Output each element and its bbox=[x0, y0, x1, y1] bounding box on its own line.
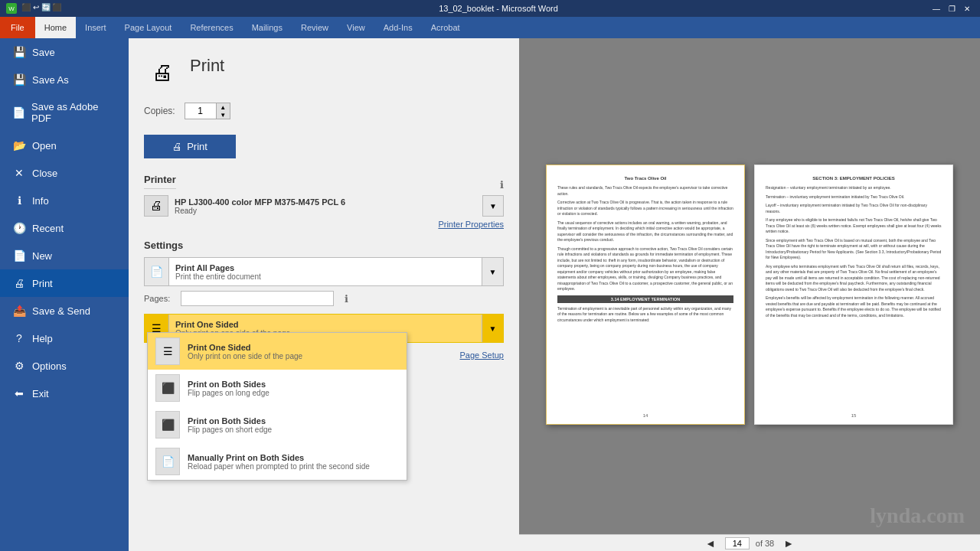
sidebar-item-save-as[interactable]: 💾 Save As bbox=[0, 66, 129, 93]
print-panel-title: Print bbox=[190, 56, 224, 76]
save-pdf-icon: 📄 bbox=[12, 106, 25, 119]
sidebar-item-close[interactable]: ✕ Close bbox=[0, 159, 129, 187]
sidebar-label-recent: Recent bbox=[32, 223, 64, 234]
sidebar-label-save-send: Save & Send bbox=[32, 305, 90, 317]
tab-references[interactable]: References bbox=[181, 17, 242, 38]
printer-dropdown-arrow[interactable]: ▼ bbox=[482, 195, 504, 217]
print-panel-icon: 🖨 bbox=[144, 54, 181, 90]
preview-section-header: 3.14 EMPLOYMENT TERMINATION bbox=[557, 295, 733, 303]
copies-input[interactable]: 1 bbox=[185, 103, 216, 119]
preview-page-right: SECTION 3: EMPLOYMENT POLICIES Resignati… bbox=[754, 165, 953, 425]
settings-label: Settings bbox=[144, 240, 504, 251]
tab-file[interactable]: File bbox=[0, 17, 35, 38]
preview-right-text-1: Resignation – voluntary employment termi… bbox=[766, 185, 942, 191]
pages-info-icon[interactable]: ℹ bbox=[345, 293, 348, 305]
print-all-pages-sub: Print the entire document bbox=[175, 272, 475, 281]
pages-input[interactable] bbox=[181, 291, 334, 306]
tab-review[interactable]: Review bbox=[292, 17, 338, 38]
sidebar-label-info: Info bbox=[32, 195, 49, 207]
copies-row: Copies: 1 ▲ ▼ bbox=[144, 103, 504, 119]
print-all-pages-icon: 📄 bbox=[145, 258, 169, 285]
copies-up-button[interactable]: ▲ bbox=[216, 103, 230, 111]
sidebar-item-options[interactable]: ⚙ Options bbox=[0, 352, 129, 380]
print-sided-dropdown-menu: ☰ Print One Sided Only print on one side… bbox=[147, 332, 407, 481]
nav-prev-button[interactable]: ◄ bbox=[702, 537, 719, 549]
pages-row: Pages: ℹ bbox=[144, 291, 504, 306]
print-button-icon: 🖨 bbox=[172, 141, 182, 152]
print-button-label: Print bbox=[187, 141, 207, 152]
tab-insert[interactable]: Insert bbox=[76, 17, 116, 38]
tab-add-ins[interactable]: Add-Ins bbox=[374, 17, 422, 38]
sidebar-item-help[interactable]: ? Help bbox=[0, 324, 129, 352]
pages-label: Pages: bbox=[144, 294, 175, 303]
manually-both-sub: Reload paper when prompted to print the … bbox=[188, 462, 370, 471]
sidebar-label-exit: Exit bbox=[32, 388, 49, 399]
tab-home[interactable]: Home bbox=[35, 17, 76, 38]
new-icon: 📄 bbox=[12, 249, 26, 262]
sidebar-label-save-pdf: Save as Adobe PDF bbox=[31, 101, 116, 124]
preview-left-text-5: Termination of employment is an inevitab… bbox=[557, 306, 733, 324]
sidebar-item-open[interactable]: 📂 Open bbox=[0, 132, 129, 159]
printer-info: 🖨 HP LJ300-400 color MFP M375-M475 PCL 6… bbox=[144, 195, 345, 217]
save-as-icon: 💾 bbox=[12, 73, 26, 86]
nav-page-input[interactable] bbox=[725, 537, 750, 549]
preview-right-title: SECTION 3: EMPLOYMENT POLICIES bbox=[766, 176, 942, 181]
printer-properties-link[interactable]: Printer Properties bbox=[144, 220, 504, 229]
preview-pages: Two Tracs Olive Oil These rules and stan… bbox=[531, 149, 969, 440]
printer-info-icon[interactable]: ℹ bbox=[500, 179, 504, 191]
print-all-pages-arrow[interactable]: ▼ bbox=[482, 258, 503, 285]
sidebar-item-exit[interactable]: ⬅ Exit bbox=[0, 380, 129, 407]
both-short-icon: ⬛ bbox=[155, 411, 180, 439]
close-button[interactable]: ✕ bbox=[960, 2, 974, 15]
preview-right-text-7: Employee's benefits will be affected by … bbox=[766, 295, 942, 318]
both-short-text: Print on Both Sides Flip pages on short … bbox=[188, 416, 272, 434]
sidebar-item-new[interactable]: 📄 New bbox=[0, 242, 129, 269]
exit-icon: ⬅ bbox=[12, 387, 26, 399]
sidebar-item-save-pdf[interactable]: 📄 Save as Adobe PDF bbox=[0, 93, 129, 132]
dropdown-option-both-short[interactable]: ⬛ Print on Both Sides Flip pages on shor… bbox=[148, 406, 407, 443]
sidebar-item-save[interactable]: 💾 Save bbox=[0, 38, 129, 66]
close-icon: ✕ bbox=[12, 167, 26, 179]
dropdown-option-manually-both[interactable]: 📄 Manually Print on Both Sides Reload pa… bbox=[148, 443, 407, 480]
print-sided-arrow[interactable]: ▼ bbox=[482, 315, 503, 342]
preview-left-title: Two Tracs Olive Oil bbox=[557, 176, 733, 181]
copies-spinner[interactable]: 1 ▲ ▼ bbox=[185, 103, 230, 119]
tab-page-layout[interactable]: Page Layout bbox=[116, 17, 181, 38]
tab-mailings[interactable]: Mailings bbox=[243, 17, 292, 38]
sidebar-item-save-send[interactable]: 📤 Save & Send bbox=[0, 297, 129, 324]
recent-icon: 🕐 bbox=[12, 222, 26, 234]
sidebar-label-help: Help bbox=[32, 333, 53, 344]
one-sided-main: Print One Sided bbox=[188, 343, 302, 352]
preview-left-text-2: Corrective action at Two Tracs Olive Oil… bbox=[557, 200, 733, 217]
sidebar-label-close: Close bbox=[32, 168, 57, 179]
preview-left-text-4: Though committed to a progressive approa… bbox=[557, 246, 733, 292]
both-long-text: Print on Both Sides Flip pages on long e… bbox=[188, 380, 270, 397]
navigation-bar: ◄ of 38 ► bbox=[519, 534, 980, 551]
both-long-icon: ⬛ bbox=[155, 374, 180, 402]
both-short-sub: Flip pages on short edge bbox=[188, 425, 272, 434]
restore-button[interactable]: ❐ bbox=[945, 2, 959, 15]
print-button[interactable]: 🖨 Print bbox=[144, 135, 236, 158]
dropdown-option-one-sided[interactable]: ☰ Print One Sided Only print on one side… bbox=[148, 333, 407, 370]
tab-view[interactable]: View bbox=[338, 17, 374, 38]
preview-left-text-1: These rules and standards, Two Tracs Oli… bbox=[557, 185, 733, 197]
sidebar-item-info[interactable]: ℹ Info bbox=[0, 187, 129, 214]
nav-next-button[interactable]: ► bbox=[780, 537, 797, 549]
copies-label: Copies: bbox=[144, 106, 175, 116]
dropdown-option-both-long[interactable]: ⬛ Print on Both Sides Flip pages on long… bbox=[148, 370, 407, 406]
manually-both-main: Manually Print on Both Sides bbox=[188, 453, 370, 462]
printer-name: HP LJ300-400 color MFP M375-M475 PCL 6 bbox=[175, 197, 345, 207]
copies-down-button[interactable]: ▼ bbox=[216, 111, 230, 119]
sidebar-label-save-as: Save As bbox=[32, 74, 69, 86]
both-long-main: Print on Both Sides bbox=[188, 380, 270, 389]
preview-page-right-number: 15 bbox=[851, 413, 857, 418]
print-all-pages-dropdown[interactable]: 📄 Print All Pages Print the entire docum… bbox=[144, 257, 504, 286]
preview-right-text-5: Since employment with Two Tracs Olive Oi… bbox=[766, 238, 942, 261]
sidebar-item-recent[interactable]: 🕐 Recent bbox=[0, 214, 129, 242]
sidebar-label-open: Open bbox=[32, 140, 57, 152]
tab-acrobat[interactable]: Acrobat bbox=[422, 17, 469, 38]
sidebar-item-print[interactable]: 🖨 Print bbox=[0, 269, 129, 297]
printer-row: 🖨 HP LJ300-400 color MFP M375-M475 PCL 6… bbox=[144, 195, 504, 217]
print-sided-main: Print One Sided bbox=[175, 320, 475, 329]
minimize-button[interactable]: — bbox=[929, 2, 943, 15]
